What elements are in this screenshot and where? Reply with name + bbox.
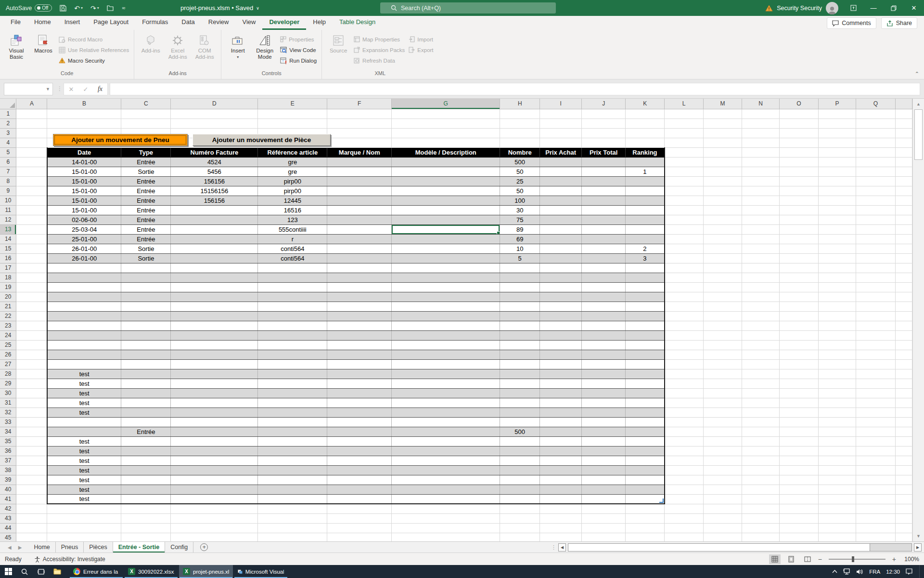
run-dialog-button[interactable]: Run Dialog [280, 56, 317, 65]
row-header-17[interactable]: 17 [0, 263, 16, 273]
row-header-38[interactable]: 38 [0, 465, 16, 475]
cell-L32[interactable] [665, 407, 704, 417]
cell-H6[interactable]: 500 [500, 157, 540, 167]
cell-Q13[interactable] [856, 224, 895, 234]
ribbon-tab-view[interactable]: View [235, 16, 262, 30]
cell-H17[interactable] [500, 263, 540, 273]
cell-F22[interactable] [327, 311, 392, 321]
cell-K15[interactable]: 2 [626, 244, 665, 253]
cell-B24[interactable] [47, 330, 121, 340]
cell-H7[interactable]: 50 [500, 167, 540, 176]
cell-C26[interactable] [121, 350, 171, 359]
cell-J18[interactable] [582, 273, 626, 282]
scroll-down-icon[interactable]: ▼ [914, 532, 923, 540]
cell-P32[interactable] [818, 407, 856, 417]
cell-E29[interactable] [258, 379, 327, 388]
name-box-dropdown-icon[interactable]: ▼ [46, 87, 50, 92]
cell-P18[interactable] [818, 273, 856, 282]
cell-F6[interactable] [327, 157, 392, 167]
cell-K36[interactable] [626, 446, 665, 456]
cell-H18[interactable] [500, 273, 540, 282]
cell-G16[interactable] [392, 253, 500, 263]
cell-O36[interactable] [780, 446, 819, 456]
cell-K23[interactable] [626, 321, 665, 330]
cell-A28[interactable] [16, 369, 47, 379]
refresh-data-button[interactable]: Refresh Data [354, 56, 405, 65]
zoom-slider[interactable] [829, 559, 886, 560]
column-header-H[interactable]: H [500, 99, 540, 109]
cell-L45[interactable] [665, 533, 704, 541]
cell-M6[interactable] [704, 157, 742, 167]
visual-basic-button[interactable]: Visual Basic [3, 32, 30, 70]
cell-H8[interactable]: 25 [500, 176, 540, 186]
cell-P6[interactable] [818, 157, 856, 167]
cell-K20[interactable] [626, 292, 665, 302]
cell-Q14[interactable] [856, 234, 895, 244]
cell-I8[interactable] [540, 176, 582, 186]
row-header-9[interactable]: 9 [0, 186, 16, 196]
cell-L3[interactable] [665, 128, 704, 138]
cell-E44[interactable] [258, 523, 327, 533]
cell-B40[interactable]: test [47, 485, 121, 494]
cell-K45[interactable] [626, 533, 665, 541]
cell-Q6[interactable] [856, 157, 895, 167]
cell-I32[interactable] [540, 407, 582, 417]
cell-P1[interactable] [818, 109, 856, 118]
cell-G3[interactable] [392, 128, 500, 138]
cell-B9[interactable]: 15-01-00 [47, 186, 121, 196]
ribbon-display-options-button[interactable] [843, 0, 863, 16]
cell-H31[interactable] [500, 398, 540, 407]
cell-G13[interactable] [392, 224, 500, 234]
cell-J27[interactable] [582, 359, 626, 369]
cell-J9[interactable] [582, 186, 626, 196]
cell-H34[interactable]: 500 [500, 427, 540, 436]
cell-B43[interactable] [47, 513, 121, 523]
cell-L13[interactable] [665, 224, 704, 234]
cell-B17[interactable] [47, 263, 121, 273]
row-header-31[interactable]: 31 [0, 398, 16, 407]
cell-E17[interactable] [258, 263, 327, 273]
cell-P30[interactable] [818, 388, 856, 398]
cell-J35[interactable] [582, 436, 626, 446]
cell-I25[interactable] [540, 340, 582, 350]
cell-F13[interactable] [327, 224, 392, 234]
cell-B42[interactable] [47, 504, 121, 513]
cell-Q24[interactable] [856, 330, 895, 340]
cell-O39[interactable] [780, 475, 819, 485]
cell-O30[interactable] [780, 388, 819, 398]
cell-D29[interactable] [171, 379, 258, 388]
cell-C8[interactable]: Entrée [121, 176, 171, 186]
cell-I17[interactable] [540, 263, 582, 273]
view-code-button[interactable]: View Code [280, 46, 317, 54]
cell-C35[interactable] [121, 436, 171, 446]
cell-E34[interactable] [258, 427, 327, 436]
cell-L12[interactable] [665, 215, 704, 224]
scroll-up-icon[interactable]: ▲ [914, 100, 923, 108]
cell-P35[interactable] [818, 436, 856, 446]
cell-H24[interactable] [500, 330, 540, 340]
cell-H14[interactable]: 69 [500, 234, 540, 244]
cell-D13[interactable] [171, 224, 258, 234]
restore-button[interactable] [884, 0, 904, 16]
row-header-37[interactable]: 37 [0, 456, 16, 465]
cell-J33[interactable] [582, 417, 626, 427]
comments-button[interactable]: Comments [827, 17, 876, 29]
cell-L28[interactable] [665, 369, 704, 379]
cell-A18[interactable] [16, 273, 47, 282]
cell-L15[interactable] [665, 244, 704, 253]
row-header-6[interactable]: 6 [0, 157, 16, 167]
cell-Q29[interactable] [856, 379, 895, 388]
cell-H36[interactable] [500, 446, 540, 456]
cell-L39[interactable] [665, 475, 704, 485]
cell-M42[interactable] [704, 504, 742, 513]
cell-F41[interactable] [327, 494, 392, 504]
cell-K29[interactable] [626, 379, 665, 388]
column-header-O[interactable]: O [780, 99, 819, 109]
cell-A8[interactable] [16, 176, 47, 186]
cell-N16[interactable] [742, 253, 780, 263]
cell-F1[interactable] [327, 109, 392, 118]
cell-M40[interactable] [704, 485, 742, 494]
cell-L20[interactable] [665, 292, 704, 302]
normal-view-button[interactable] [769, 554, 781, 564]
cell-N26[interactable] [742, 350, 780, 359]
